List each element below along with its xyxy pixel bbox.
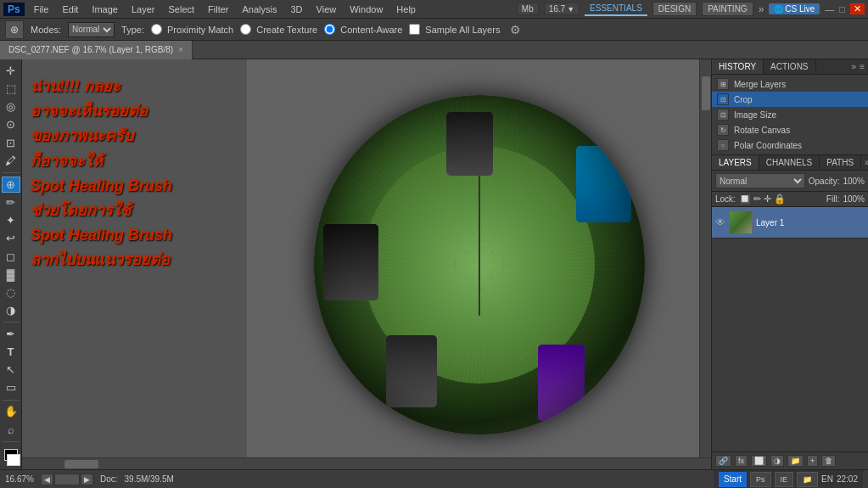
figure-top xyxy=(446,112,493,176)
layer-item-1[interactable]: 👁 Layer 1 xyxy=(712,207,868,238)
minimize-button[interactable]: — xyxy=(825,4,834,14)
clone-stamp-tool[interactable]: ✦ xyxy=(2,212,20,228)
tab-bar: DSC_0277.NEF @ 16.7% (Layer 1, RGB/8) × xyxy=(0,41,868,59)
menu-window[interactable]: Window xyxy=(344,3,389,16)
history-panel-collapse[interactable]: » xyxy=(852,62,857,71)
history-panel-menu[interactable]: ≡ xyxy=(860,62,865,71)
menu-analysis[interactable]: Analysis xyxy=(237,3,283,16)
history-items-list: ⊞ Merge Layers ⊡ Crop ⊡ Image Size ↻ Rot… xyxy=(712,75,868,154)
layers-tab[interactable]: LAYERS xyxy=(712,155,759,170)
settings-icon[interactable]: ⚙ xyxy=(510,23,521,36)
paths-tab[interactable]: PATHS xyxy=(820,155,861,170)
layer-mask-button[interactable]: ⬜ xyxy=(751,455,767,467)
menu-image[interactable]: Image xyxy=(86,3,124,16)
dodge-tool[interactable]: ◑ xyxy=(2,302,20,318)
zoom-tool[interactable]: ⌕ xyxy=(2,422,20,438)
proximity-radio[interactable]: Proximity Match xyxy=(151,24,233,35)
sample-all-checkbox[interactable]: Sample All Layers xyxy=(409,24,500,35)
taskbar-app-browser[interactable]: IE xyxy=(775,472,794,487)
background-color[interactable] xyxy=(7,454,20,466)
taskbar-app-folder[interactable]: 📁 xyxy=(797,472,818,487)
crop-tool[interactable]: ⊡ xyxy=(2,135,20,151)
content-aware-radio[interactable]: Content-Aware xyxy=(324,24,402,35)
mode-select[interactable]: Normal xyxy=(68,22,115,37)
history-label-crop: Crop xyxy=(734,95,753,104)
channels-tab[interactable]: CHANNELS xyxy=(759,155,820,170)
layers-panel: LAYERS CHANNELS PATHS » ≡ Normal Opacity… xyxy=(712,155,868,469)
menu-help[interactable]: Help xyxy=(390,3,422,16)
layer-delete-button[interactable]: 🗑 xyxy=(821,455,836,467)
blur-tool[interactable]: ◌ xyxy=(2,284,20,300)
menu-select[interactable]: Select xyxy=(163,3,201,16)
layer-new-button[interactable]: + xyxy=(807,455,818,467)
healing-brush-tool[interactable]: ⊕ xyxy=(2,177,20,193)
workspace-essentials[interactable]: ESSENTIALS xyxy=(585,2,647,16)
horizontal-scrollbar[interactable] xyxy=(22,457,711,469)
menu-edit[interactable]: Edit xyxy=(56,3,84,16)
vertical-scrollbar[interactable] xyxy=(699,59,711,457)
hand-tool[interactable]: ✋ xyxy=(2,403,20,419)
close-button[interactable]: ✕ xyxy=(850,3,865,14)
history-item-crop[interactable]: ⊡ Crop xyxy=(712,92,868,107)
history-tab[interactable]: HISTORY xyxy=(712,59,764,74)
blend-mode-select[interactable]: Normal xyxy=(715,173,805,188)
pen-tool[interactable]: ✒ xyxy=(2,326,20,342)
menu-layer[interactable]: Layer xyxy=(126,3,161,16)
lasso-tool[interactable]: ◎ xyxy=(2,98,20,115)
path-select-tool[interactable]: ↖ xyxy=(2,362,20,378)
nav-next-button[interactable]: ▶ xyxy=(81,474,93,485)
document-tab[interactable]: DSC_0277.NEF @ 16.7% (Layer 1, RGB/8) × xyxy=(0,41,193,59)
expand-workspaces-button[interactable]: » xyxy=(759,3,764,15)
start-button[interactable]: Start xyxy=(719,472,747,487)
quick-select-tool[interactable]: ⊙ xyxy=(2,116,20,132)
layer-style-button[interactable]: fx xyxy=(735,455,748,467)
menu-file[interactable]: File xyxy=(28,3,55,16)
brush-tool[interactable]: ✏ xyxy=(2,194,20,210)
history-brush-tool[interactable]: ↩ xyxy=(2,230,20,246)
lock-transparent-icon[interactable]: 🔲 xyxy=(739,194,751,205)
workspace-painting[interactable]: PAINTING xyxy=(702,2,753,16)
gradient-tool[interactable]: ▓ xyxy=(2,266,20,283)
history-icon-rotate: ↻ xyxy=(717,124,729,136)
history-item-polar[interactable]: ○ Polar Coordinates xyxy=(712,137,868,153)
eyedropper-tool[interactable]: 🖍 xyxy=(2,153,20,169)
tab-close-button[interactable]: × xyxy=(178,45,183,54)
layers-panel-collapse[interactable]: » xyxy=(865,158,868,167)
menu-filter[interactable]: Filter xyxy=(202,3,234,16)
maximize-button[interactable]: □ xyxy=(839,4,845,14)
cs-live-button[interactable]: 🌐CS Live xyxy=(769,3,820,14)
center-line xyxy=(479,163,480,316)
workspace-design[interactable]: DESIGN xyxy=(652,2,697,16)
layer-link-button[interactable]: 🔗 xyxy=(715,455,731,467)
sample-label: Sample All Layers xyxy=(425,25,500,35)
left-toolbar: ✛ ⬚ ◎ ⊙ ⊡ 🖍 ⊕ ✏ ✦ ↩ ◻ ▓ ◌ ◑ ✒ T ↖ ▭ ✋ ⌕ xyxy=(0,59,22,469)
move-tool[interactable]: ✛ xyxy=(2,63,20,79)
ps-logo[interactable]: Ps xyxy=(3,3,25,16)
menu-view[interactable]: View xyxy=(311,3,343,16)
history-item-rotate[interactable]: ↻ Rotate Canvas xyxy=(712,122,868,137)
layers-scroll[interactable]: 👁 Layer 1 xyxy=(712,207,868,452)
actions-tab[interactable]: ACTIONS xyxy=(764,59,815,74)
texture-radio[interactable]: Create Texture xyxy=(240,24,317,35)
eraser-tool[interactable]: ◻ xyxy=(2,249,20,265)
lock-position-icon[interactable]: ✛ xyxy=(764,194,771,205)
type-tool[interactable]: T xyxy=(2,344,20,360)
history-panel-tabs: HISTORY ACTIONS » ≡ xyxy=(712,59,868,75)
tool-separator-1 xyxy=(3,172,20,173)
lock-all-icon[interactable]: 🔒 xyxy=(774,194,786,205)
tool-separator-2 xyxy=(3,322,20,323)
history-item-merge[interactable]: ⊞ Merge Layers xyxy=(712,76,868,92)
lock-image-icon[interactable]: ✏ xyxy=(753,194,761,205)
history-item-imagesize[interactable]: ⊡ Image Size xyxy=(712,107,868,122)
nav-prev-button[interactable]: ◀ xyxy=(41,474,53,485)
layer-group-button[interactable]: 📁 xyxy=(787,455,804,467)
annotation-text-1: น่าน!!!! กลยะ xyxy=(31,76,238,98)
menu-3d[interactable]: 3D xyxy=(285,3,309,16)
marquee-tool[interactable]: ⬚ xyxy=(2,81,20,97)
nav-slider[interactable] xyxy=(54,474,80,485)
layer-visibility-icon[interactable]: 👁 xyxy=(715,216,725,228)
panel-tab-icons: » ≡ xyxy=(848,59,868,74)
layer-adjustment-button[interactable]: ◑ xyxy=(770,455,784,467)
taskbar-app-ps[interactable]: Ps xyxy=(750,472,771,487)
shape-tool[interactable]: ▭ xyxy=(2,379,20,395)
